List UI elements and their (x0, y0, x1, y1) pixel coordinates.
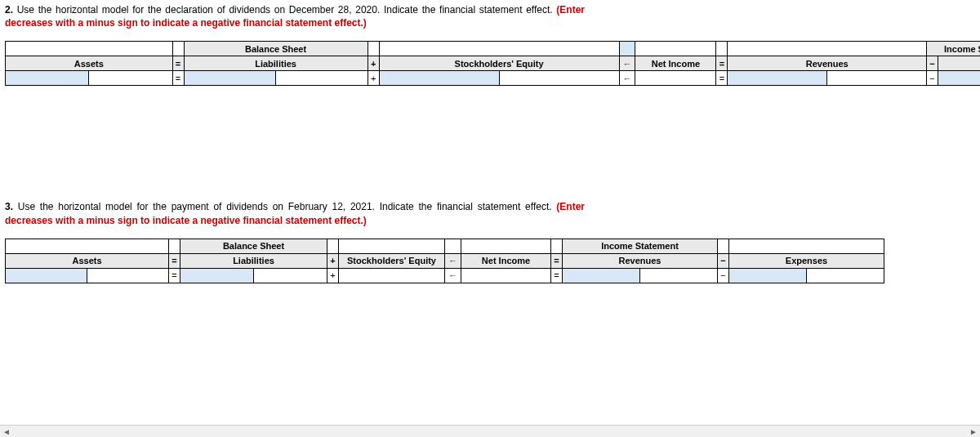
cell-input[interactable] (256, 270, 324, 281)
revenues-header: Revenues (728, 56, 927, 71)
liabilities-account-input[interactable] (184, 71, 276, 86)
equals-op: = (172, 56, 184, 71)
q3-text: Use the horizontal model for the payment… (13, 201, 556, 212)
blank-cell (551, 239, 563, 253)
revenues-amount-input[interactable] (827, 71, 927, 86)
net-income-input[interactable] (461, 268, 551, 283)
q2-number: 2. (5, 4, 13, 16)
se-amount-input[interactable] (499, 71, 619, 86)
assets-amount-input[interactable] (87, 268, 169, 283)
arrow-left-icon: ← (445, 253, 461, 268)
horizontal-scrollbar[interactable]: ◄ ► (0, 425, 980, 437)
blank-cell (327, 239, 339, 253)
cell-input[interactable] (8, 73, 86, 84)
cell-input[interactable] (941, 73, 980, 84)
cell-input[interactable] (382, 73, 497, 84)
expenses-header: Expenses (729, 253, 884, 268)
table-row: = + ← = − (6, 268, 884, 283)
minus-op: − (718, 268, 729, 283)
se-account-input[interactable] (379, 71, 499, 86)
net-income-input[interactable] (635, 71, 716, 86)
arrow-left-icon: ← (445, 268, 461, 283)
equals-op: = (716, 71, 728, 86)
cell-input[interactable] (187, 73, 274, 84)
plus-op: + (327, 268, 339, 283)
balance-sheet-header: Balance Sheet (184, 42, 368, 56)
stockholders-equity-header: Stockholders' Equity (339, 253, 445, 268)
q3-number: 3. (5, 201, 13, 212)
plus-op: + (327, 253, 339, 268)
income-statement-header: Income Statement (563, 239, 718, 253)
minus-op: − (927, 71, 938, 86)
scroll-left-button[interactable]: ◄ (0, 426, 13, 437)
scroll-area[interactable]: 2. Use the horizontal model for the decl… (0, 0, 980, 425)
revenues-amount-input[interactable] (640, 268, 718, 283)
net-income-header: Net Income (461, 253, 551, 268)
assets-amount-input[interactable] (89, 71, 172, 86)
expenses-amount-input[interactable] (807, 268, 884, 283)
blank-cell (6, 239, 169, 253)
blank-cell (445, 239, 461, 253)
cell-input[interactable] (732, 270, 804, 281)
cell-input[interactable] (464, 270, 548, 281)
assets-header: Assets (6, 253, 169, 268)
scrollbar-track[interactable] (13, 426, 967, 437)
cell-input[interactable] (638, 73, 713, 84)
liabilities-account-input[interactable] (180, 268, 254, 283)
blank-cell (718, 239, 729, 253)
blank-cell (716, 42, 728, 56)
se-amount-input[interactable] (339, 268, 445, 283)
arrow-left-icon: ← (619, 71, 635, 86)
q3-prompt: 3. Use the horizontal model for the paym… (5, 200, 585, 226)
blank-cell (368, 42, 379, 56)
minus-op: − (927, 56, 938, 71)
cell-input[interactable] (730, 73, 824, 84)
q3-horizontal-model-table: Balance Sheet Income Statement Assets = … (5, 239, 884, 283)
blank-cell (729, 239, 884, 253)
blank-cell (169, 239, 180, 253)
equals-op: = (716, 56, 728, 71)
assets-account-input[interactable] (6, 268, 87, 283)
cell-input[interactable] (643, 270, 715, 281)
cell-input[interactable] (502, 73, 617, 84)
table-row: Assets = Liabilities + Stockholders' Equ… (6, 56, 981, 71)
cell-input[interactable] (91, 73, 169, 84)
equals-op: = (169, 253, 180, 268)
minus-op: − (718, 253, 729, 268)
income-statement-header: Income Statement (927, 42, 980, 56)
revenues-account-input[interactable] (563, 268, 640, 283)
blank-cell (728, 42, 927, 56)
plus-op: + (368, 71, 379, 86)
blank-cell (6, 42, 173, 56)
expenses-account-input[interactable] (938, 71, 980, 86)
page-content: 2. Use the horizontal model for the decl… (0, 0, 980, 283)
assets-account-input[interactable] (6, 71, 89, 86)
cell-input[interactable] (341, 270, 442, 281)
liabilities-amount-input[interactable] (276, 71, 368, 86)
revenues-header: Revenues (563, 253, 718, 268)
blank-cell (619, 42, 635, 56)
cell-input[interactable] (809, 270, 881, 281)
q2-horizontal-model-table: Balance Sheet Income Statement Assets = … (5, 41, 980, 86)
equals-op: = (551, 268, 563, 283)
arrow-left-icon: ← (619, 56, 635, 71)
equals-op: = (172, 71, 184, 86)
blank-cell (339, 239, 445, 253)
expenses-account-input[interactable] (729, 268, 807, 283)
blank-cell (172, 42, 184, 56)
cell-input[interactable] (90, 270, 166, 281)
cell-input[interactable] (8, 270, 84, 281)
cell-input[interactable] (183, 270, 251, 281)
cell-input[interactable] (278, 73, 365, 84)
blank-cell (461, 239, 551, 253)
blank-cell (379, 42, 619, 56)
cell-input[interactable] (565, 270, 637, 281)
scroll-right-button[interactable]: ► (967, 426, 980, 437)
liabilities-amount-input[interactable] (254, 268, 327, 283)
balance-sheet-header: Balance Sheet (180, 239, 327, 253)
cell-input[interactable] (830, 73, 924, 84)
revenues-account-input[interactable] (728, 71, 827, 86)
assets-header: Assets (6, 56, 173, 71)
table-row: Balance Sheet Income Statement (6, 42, 981, 56)
blank-cell (635, 42, 716, 56)
